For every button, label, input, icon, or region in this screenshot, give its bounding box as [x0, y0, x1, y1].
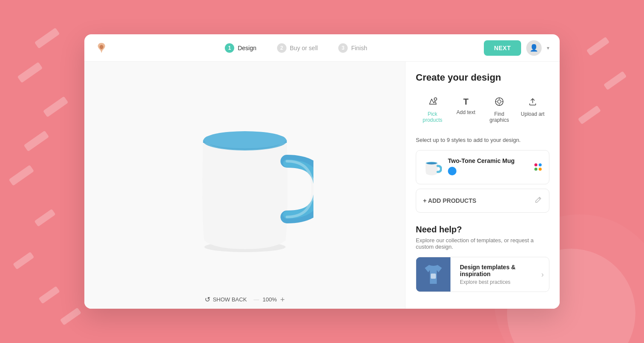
add-text-icon: T: [463, 97, 468, 107]
pick-products-label: Pick products: [417, 111, 447, 123]
mug-illustration: [176, 95, 313, 258]
select-hint: Select up to 9 styles to add to your des…: [416, 137, 549, 143]
help-thumbnail: [416, 257, 450, 292]
svg-point-5: [434, 98, 437, 100]
header-nav: 1 Design 2 Buy or sell 3 Finish: [108, 43, 484, 53]
nav-step-design[interactable]: 1 Design: [225, 43, 256, 53]
find-graphics-label: Find graphics: [484, 111, 514, 123]
upload-art-icon: [528, 97, 537, 108]
show-back-button[interactable]: ↺ SHOW BACK: [205, 295, 247, 304]
step-2-number: 2: [277, 43, 286, 53]
add-text-label: Add text: [456, 109, 475, 115]
add-products-button[interactable]: + ADD PRODUCTS: [416, 189, 549, 213]
product-actions: [534, 163, 542, 171]
tool-upload-art[interactable]: Upload art: [516, 93, 549, 126]
help-description: Explore our collection of templates, or …: [416, 237, 549, 250]
main-content: ↺ SHOW BACK — 100% + Create your design: [84, 62, 560, 309]
product-info: Two-Tone Ceramic Mug: [448, 157, 528, 177]
svg-point-4: [204, 131, 286, 148]
svg-rect-15: [431, 274, 436, 279]
rotate-icon: ↺: [205, 295, 210, 304]
header-actions: NEXT 👤 ▾: [484, 40, 549, 56]
design-tools: Pick products T Add text: [416, 93, 549, 126]
user-icon: 👤: [530, 44, 538, 52]
color-swatch[interactable]: [448, 167, 456, 175]
next-button[interactable]: NEXT: [484, 40, 521, 56]
help-title: Need help?: [416, 225, 549, 235]
tool-add-text[interactable]: T Add text: [449, 93, 483, 126]
product-thumbnail: [423, 158, 442, 177]
canvas-inner: [84, 62, 405, 290]
add-products-label: + ADD PRODUCTS: [423, 197, 476, 204]
help-card-title: Design templates & inspiration: [460, 264, 532, 277]
nav-step-buy-sell[interactable]: 2 Buy or sell: [277, 43, 318, 53]
app-window: 1 Design 2 Buy or sell 3 Finish NEXT 👤 ▾: [84, 34, 560, 309]
svg-point-7: [498, 100, 501, 103]
canvas-area: ↺ SHOW BACK — 100% +: [84, 62, 405, 309]
upload-art-label: Upload art: [521, 111, 544, 117]
step-2-label: Buy or sell: [290, 45, 318, 51]
step-3-label: Finish: [351, 45, 367, 51]
multi-color-picker-icon[interactable]: [534, 163, 542, 171]
right-panel: Create your design Pick products T Add t…: [405, 62, 560, 309]
help-card-desc: Explore best practices: [460, 279, 532, 285]
product-name: Two-Tone Ceramic Mug: [448, 157, 528, 164]
edit-icon: [534, 196, 542, 205]
user-avatar-button[interactable]: 👤: [526, 40, 542, 56]
nav-step-finish[interactable]: 3 Finish: [338, 43, 367, 53]
canvas-toolbar: ↺ SHOW BACK — 100% +: [194, 290, 295, 309]
zoom-in-button[interactable]: +: [280, 296, 285, 304]
help-chevron-icon: ›: [541, 270, 549, 279]
find-graphics-icon: [495, 97, 504, 108]
logo: [95, 41, 108, 55]
product-card: Two-Tone Ceramic Mug: [416, 150, 549, 184]
zoom-level: 100%: [262, 296, 277, 303]
zoom-separator: —: [253, 296, 259, 303]
help-card[interactable]: Design templates & inspiration Explore b…: [416, 257, 549, 292]
mug-container: [176, 95, 313, 258]
zoom-controls: — 100% +: [253, 296, 285, 304]
step-1-number: 1: [225, 43, 234, 53]
pick-products-icon: [428, 97, 437, 108]
svg-point-13: [426, 162, 437, 165]
help-info: Design templates & inspiration Explore b…: [456, 259, 535, 290]
show-back-label: SHOW BACK: [213, 296, 247, 303]
panel-title: Create your design: [416, 72, 549, 83]
step-1-label: Design: [238, 45, 256, 51]
tool-pick-products[interactable]: Pick products: [416, 93, 449, 126]
tool-find-graphics[interactable]: Find graphics: [483, 93, 516, 126]
header: 1 Design 2 Buy or sell 3 Finish NEXT 👤 ▾: [84, 34, 560, 62]
avatar-chevron-icon[interactable]: ▾: [547, 45, 549, 51]
step-3-number: 3: [338, 43, 348, 53]
